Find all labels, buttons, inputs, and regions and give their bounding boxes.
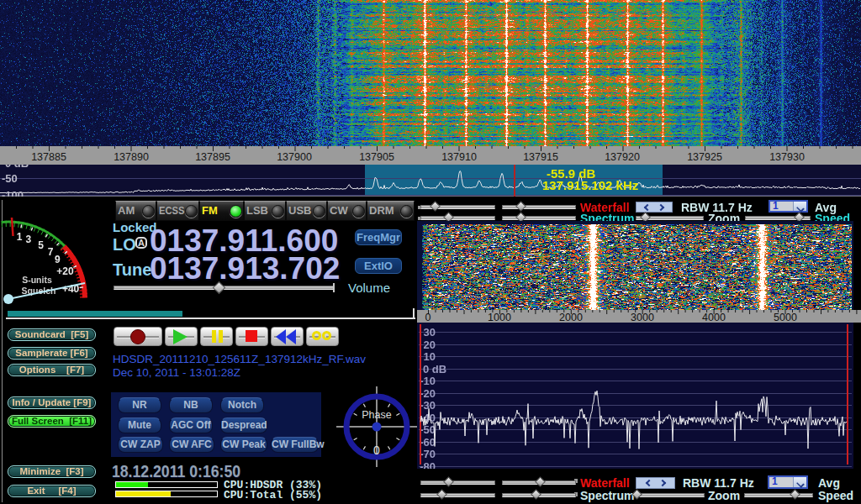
svg-text:5000: 5000: [774, 312, 797, 323]
svg-text:+20: +20: [56, 265, 74, 277]
svg-text:137885: 137885: [31, 151, 66, 163]
svg-text:Phase: Phase: [362, 409, 391, 421]
svg-text:137930: 137930: [769, 151, 805, 163]
svg-text:2000: 2000: [559, 312, 583, 323]
svg-text:9: 9: [55, 254, 61, 265]
svg-text:137915: 137915: [523, 151, 558, 163]
svg-text:137895: 137895: [195, 151, 230, 163]
svg-text:137890: 137890: [114, 151, 149, 163]
svg-text:1000: 1000: [488, 312, 511, 323]
svg-text:137925: 137925: [687, 151, 722, 163]
svg-text:137920: 137920: [605, 151, 640, 163]
svg-text:7: 7: [48, 246, 54, 258]
svg-text:137910: 137910: [441, 151, 477, 163]
svg-text:4000: 4000: [702, 312, 726, 323]
svg-text:0: 0: [425, 312, 431, 323]
svg-text:1: 1: [17, 231, 23, 243]
svg-text:5: 5: [38, 239, 44, 251]
svg-text:0: 0: [373, 444, 380, 457]
svg-text:137905: 137905: [359, 151, 394, 163]
svg-text:3: 3: [25, 234, 31, 245]
svg-text:S-units: S-units: [22, 275, 52, 285]
svg-text:137900: 137900: [277, 151, 312, 163]
svg-text:3000: 3000: [631, 312, 654, 323]
